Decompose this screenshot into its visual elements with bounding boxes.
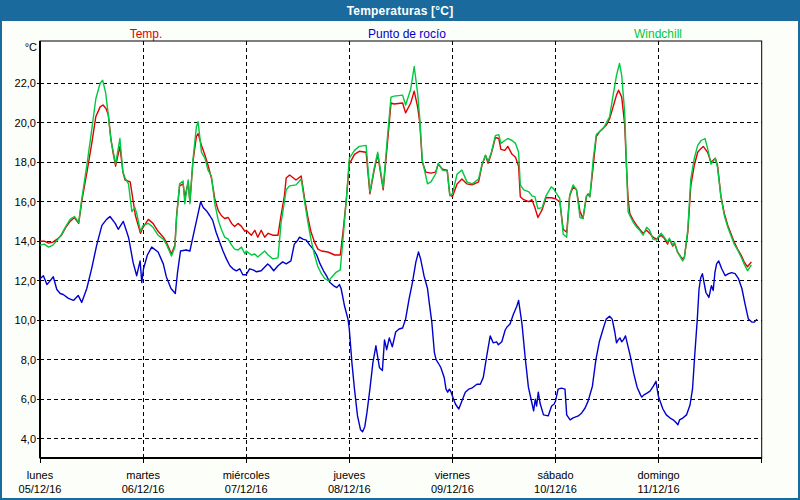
date-label: 11/12/16 (638, 483, 680, 495)
day-label: sábado (537, 469, 573, 481)
date-label: 05/12/16 (19, 483, 62, 495)
y-tick-label: 8,0 (21, 354, 36, 366)
day-label: miércoles (223, 469, 271, 481)
y-tick-label: 18,0 (15, 156, 36, 168)
day-label: domingo (637, 469, 679, 481)
y-tick-label: 6,0 (21, 393, 36, 405)
date-label: 08/12/16 (328, 483, 371, 495)
y-tick-label: 20,0 (15, 117, 36, 129)
day-label: lunes (27, 469, 54, 481)
y-axis-unit-label: °C (25, 41, 37, 53)
y-tick-label: 10,0 (15, 314, 36, 326)
day-label: jueves (332, 469, 365, 481)
date-label: 07/12/16 (225, 483, 268, 495)
y-tick-label: 22,0 (15, 77, 36, 89)
y-tick-label: 12,0 (15, 275, 36, 287)
temperature-chart: °C22,020,018,016,014,012,010,08,06,04,0l… (2, 2, 798, 498)
day-label: viernes (435, 469, 471, 481)
chart-window: Temperaturas [°C] Temp. Punto de rocío W… (0, 0, 800, 500)
date-label: 10/12/16 (534, 483, 577, 495)
y-tick-label: 16,0 (15, 196, 36, 208)
y-tick-label: 14,0 (15, 235, 36, 247)
date-label: 09/12/16 (431, 483, 474, 495)
day-label: martes (126, 469, 160, 481)
y-tick-label: 4,0 (21, 433, 36, 445)
date-label: 06/12/16 (122, 483, 165, 495)
